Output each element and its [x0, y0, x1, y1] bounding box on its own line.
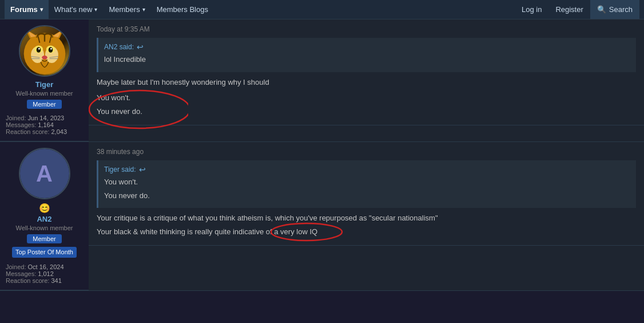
quote-icon-2: ↩ [139, 165, 146, 174]
circled-phrase: a very low IQ [274, 226, 317, 238]
quote-text-1: lol Incredible [104, 54, 630, 65]
nav-whats-new[interactable]: What's new ▾ [49, 0, 104, 19]
post-time-2: 38 minutes ago [97, 148, 636, 156]
user-sidebar-2: A 😊 AN2 Well-known member Member Top Pos… [0, 142, 89, 290]
forums-chevron-icon: ▾ [40, 6, 43, 13]
post-line-maybe: Maybe later but I'm honestly wondering w… [97, 77, 636, 88]
user-role-an2: Well-known member [6, 224, 83, 231]
quote-author-2: Tiger said: ↩ [104, 165, 630, 174]
register-button[interactable]: Register [548, 0, 590, 19]
quote-icon-1: ↩ [137, 42, 144, 52]
username-tiger[interactable]: Tiger [6, 80, 83, 89]
post-content-1: Today at 9:35 AM AN2 said: ↩ lol Incredi… [89, 19, 644, 141]
nav-members-label: Members [109, 5, 140, 14]
svg-point-12 [36, 47, 41, 53]
svg-point-15 [50, 48, 52, 50]
avatar-tiger [19, 25, 70, 77]
user-stats-an2: Joined: Oct 16, 2024 Messages: 1,012 Rea… [6, 263, 83, 284]
username-an2[interactable]: AN2 [6, 215, 83, 223]
post-time-1: Today at 9:35 AM [97, 25, 636, 33]
post-line-wont: You won't. [97, 92, 142, 104]
circled-lines: You won't. You never do. [97, 92, 142, 119]
search-icon: 🔍 [597, 5, 606, 14]
user-card-an2: A 😊 AN2 Well-known member Member Top Pos… [0, 142, 89, 290]
quote-box-1: AN2 said: ↩ lol Incredible [97, 38, 636, 72]
svg-point-13 [48, 47, 53, 53]
post-content-2: 38 minutes ago Tiger said: ↩ You won't. … [89, 142, 644, 290]
svg-point-14 [38, 48, 40, 50]
nav-members-blogs[interactable]: Members Blogs [151, 0, 214, 19]
top-poster-badge: Top Poster Of Month [12, 247, 77, 258]
nav-forums-label: Forums [10, 5, 38, 14]
nav-members-blogs-label: Members Blogs [157, 5, 208, 14]
member-badge-an2: Member [27, 234, 61, 243]
post-line-critique: Your critique is a critique of what you … [97, 212, 636, 224]
quote-line-2: You never do. [104, 190, 630, 202]
user-stats-tiger: Joined: Jun 14, 2023 Messages: 1,164 Rea… [6, 115, 83, 135]
user-role-tiger: Well-known member [6, 90, 83, 97]
post-line-never: You never do. [97, 106, 142, 117]
post-1: Tiger Well-known member Member Joined: J… [0, 19, 644, 142]
avatar-letter-text: A [36, 161, 53, 187]
nav-members[interactable]: Members ▾ [103, 0, 150, 19]
quote-author-1: AN2 said: ↩ [104, 42, 630, 52]
navigation-bar: Forums ▾ What's new ▾ Members ▾ Members … [0, 0, 644, 19]
post-2: A 😊 AN2 Well-known member Member Top Pos… [0, 142, 644, 291]
main-container: Tiger Well-known member Member Joined: J… [0, 19, 644, 323]
members-chevron-icon: ▾ [142, 6, 145, 13]
low-iq-text: a very low IQ [274, 227, 317, 236]
post-block-2: 38 minutes ago Tiger said: ↩ You won't. … [89, 142, 644, 246]
member-badge-tiger: Member [27, 100, 61, 109]
post-line-iq: Your black & white thinking is really qu… [97, 226, 636, 238]
user-card-tiger: Tiger Well-known member Member Joined: J… [0, 19, 89, 141]
nav-forums[interactable]: Forums ▾ [5, 0, 49, 19]
search-button[interactable]: 🔍 Search [590, 0, 639, 19]
quote-box-2: Tiger said: ↩ You won't. You never do. [97, 160, 636, 208]
avatar-an2: A [19, 148, 70, 199]
login-button[interactable]: Log in [515, 0, 548, 19]
post-block-1: Today at 9:35 AM AN2 said: ↩ lol Incredi… [89, 19, 644, 125]
nav-whats-new-label: What's new [54, 5, 93, 14]
svg-point-16 [42, 56, 47, 60]
quote-line-1: You won't. [104, 176, 630, 188]
user-sidebar-1: Tiger Well-known member Member Joined: J… [0, 19, 89, 141]
emoji-badge-an2: 😊 [6, 203, 83, 214]
whats-new-chevron-icon: ▾ [94, 6, 97, 13]
